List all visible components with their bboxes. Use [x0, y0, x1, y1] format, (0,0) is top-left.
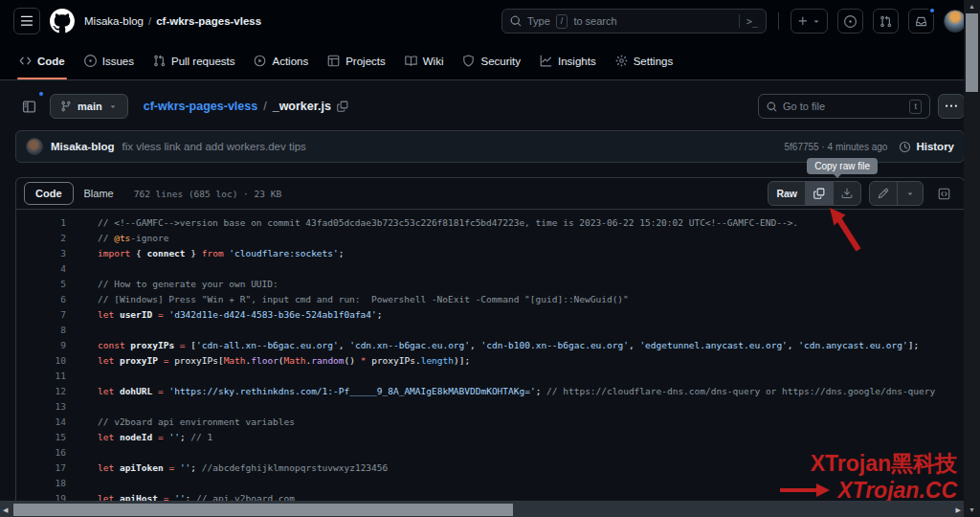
line-number[interactable]: 11: [16, 369, 66, 384]
line-number[interactable]: 5: [16, 277, 66, 292]
notifications-button[interactable]: [908, 9, 934, 34]
line-number[interactable]: 17: [16, 461, 66, 476]
line-number[interactable]: 13: [16, 399, 66, 415]
tab-label: Security: [480, 56, 521, 67]
watermark-line2-row: XTrojan.CC: [780, 477, 957, 504]
git-branch-icon: [60, 101, 72, 112]
code-text: const proxyIPs = ['cdn-all.xn--b6gac.eu.…: [66, 338, 919, 353]
tab-label: Insights: [558, 56, 596, 67]
terminal-prompt-icon: >_: [746, 16, 758, 27]
header-divider: [778, 12, 779, 30]
horizontal-scrollbar-thumb[interactable]: [13, 504, 513, 516]
command-palette-button[interactable]: >_: [739, 14, 758, 28]
edit-button-group: [869, 181, 924, 206]
code-text: import { connect } from 'cloudflare:sock…: [66, 246, 344, 261]
branch-selector-button[interactable]: main: [50, 94, 128, 119]
table-icon: [327, 55, 340, 67]
tab-label: Wiki: [423, 56, 444, 67]
tab-code[interactable]: Code: [10, 42, 75, 79]
pull-requests-header-button[interactable]: [873, 9, 899, 34]
go-to-file-placeholder: Go to file: [783, 101, 825, 112]
hamburger-menu-button[interactable]: [13, 8, 40, 34]
toolbar-actions: Raw: [768, 181, 956, 206]
commit-sha-time[interactable]: 5f67755 · 4 minutes ago: [785, 142, 888, 152]
repo-link[interactable]: cf-wkrs-pages-vless: [144, 100, 258, 113]
commit-author-avatar[interactable]: [26, 138, 43, 155]
tab-settings[interactable]: Settings: [606, 42, 683, 79]
scroll-left-arrow[interactable]: ◀: [3, 502, 8, 517]
chevron-down-icon: [108, 101, 118, 111]
create-new-button[interactable]: [791, 9, 828, 34]
line-number[interactable]: 4: [16, 261, 66, 277]
line-number[interactable]: 2: [16, 231, 66, 246]
tab-issues[interactable]: Issues: [75, 42, 144, 79]
copy-raw-button[interactable]: [805, 182, 833, 205]
symbols-panel-button[interactable]: [931, 181, 956, 206]
line-number[interactable]: 15: [16, 430, 66, 445]
code-line: 11: [16, 369, 964, 384]
commit-author[interactable]: Misaka-blog: [51, 141, 114, 152]
history-button[interactable]: History: [899, 141, 954, 153]
tab-wiki[interactable]: Wiki: [395, 42, 454, 79]
tab-label: Actions: [272, 56, 308, 67]
tab-insights[interactable]: Insights: [530, 42, 606, 79]
file-breadcrumb: cf-wkrs-pages-vless / _worker.js: [144, 100, 348, 113]
code-square-icon: [938, 188, 950, 200]
line-number[interactable]: 12: [16, 384, 66, 399]
line-number[interactable]: 6: [16, 292, 66, 307]
line-number[interactable]: 18: [16, 476, 66, 491]
tab-label: Projects: [345, 56, 386, 67]
global-search-input[interactable]: Type / to search >_: [501, 9, 767, 34]
scroll-up-arrow[interactable]: ▲: [964, 1, 980, 12]
go-to-file-input[interactable]: Go to file t: [758, 94, 930, 119]
github-logo[interactable]: [50, 9, 75, 34]
file-tree-toggle-button[interactable]: [15, 93, 42, 120]
tab-security[interactable]: Security: [453, 42, 530, 79]
horizontal-scrollbar[interactable]: ◀ ▶: [0, 501, 964, 517]
copy-path-icon[interactable]: [337, 101, 348, 112]
breadcrumb-repo[interactable]: cf-wkrs-pages-vless: [156, 15, 261, 27]
notification-dot: [928, 7, 936, 14]
more-options-button[interactable]: [938, 94, 965, 119]
breadcrumb-org[interactable]: Misaka-blog: [84, 15, 144, 27]
commit-message[interactable]: fix vless link and add workers.dev tips: [122, 141, 305, 152]
search-divider: [739, 14, 740, 28]
blame-view-button[interactable]: Blame: [74, 182, 124, 205]
download-raw-button[interactable]: [833, 182, 860, 205]
code-line: 10let proxyIP = proxyIPs[Math.floor(Math…: [16, 353, 964, 369]
issues-header-button[interactable]: [837, 9, 863, 34]
line-number[interactable]: 1: [16, 215, 66, 231]
code-line: 14// v2board api environment variables: [16, 415, 964, 430]
line-number[interactable]: 7: [16, 307, 66, 323]
line-number[interactable]: 3: [16, 246, 66, 261]
chevron-down-icon: [905, 189, 915, 198]
file-header-row: main cf-wkrs-pages-vless / _worker.js Go…: [15, 92, 965, 121]
code-view-button[interactable]: Code: [24, 182, 74, 205]
tab-label: Pull requests: [171, 56, 234, 67]
vertical-scrollbar[interactable]: ▲ ▼: [964, 0, 980, 517]
copy-raw-tooltip: Copy raw file: [807, 158, 878, 174]
scroll-right-arrow[interactable]: ▶: [956, 502, 961, 517]
line-number[interactable]: 14: [16, 415, 66, 430]
line-number[interactable]: 10: [16, 353, 66, 369]
scroll-down-arrow[interactable]: ▼: [964, 505, 980, 516]
pencil-icon: [878, 188, 889, 199]
line-number[interactable]: 9: [16, 338, 66, 353]
play-circle-icon: [254, 55, 266, 67]
vertical-scrollbar-thumb[interactable]: [966, 13, 978, 92]
tab-pull-requests[interactable]: Pull requests: [144, 42, 244, 79]
line-number[interactable]: 16: [16, 445, 66, 461]
issue-opened-icon: [844, 15, 857, 28]
git-pull-request-icon: [153, 55, 166, 67]
code-line: 9const proxyIPs = ['cdn-all.xn--b6gac.eu…: [16, 338, 964, 353]
raw-button[interactable]: Raw: [768, 182, 805, 205]
tab-actions[interactable]: Actions: [244, 42, 318, 79]
code-text: let nodeId = ''; // 1: [66, 430, 212, 445]
tab-projects[interactable]: Projects: [318, 42, 395, 79]
edit-file-button[interactable]: [870, 182, 897, 205]
watermark-line1: XTrojan黑科技: [780, 450, 957, 477]
line-number[interactable]: 8: [16, 323, 66, 338]
hamburger-icon: [20, 14, 33, 28]
sidebar-panel-icon: [22, 100, 36, 114]
edit-dropdown-button[interactable]: [897, 182, 923, 205]
